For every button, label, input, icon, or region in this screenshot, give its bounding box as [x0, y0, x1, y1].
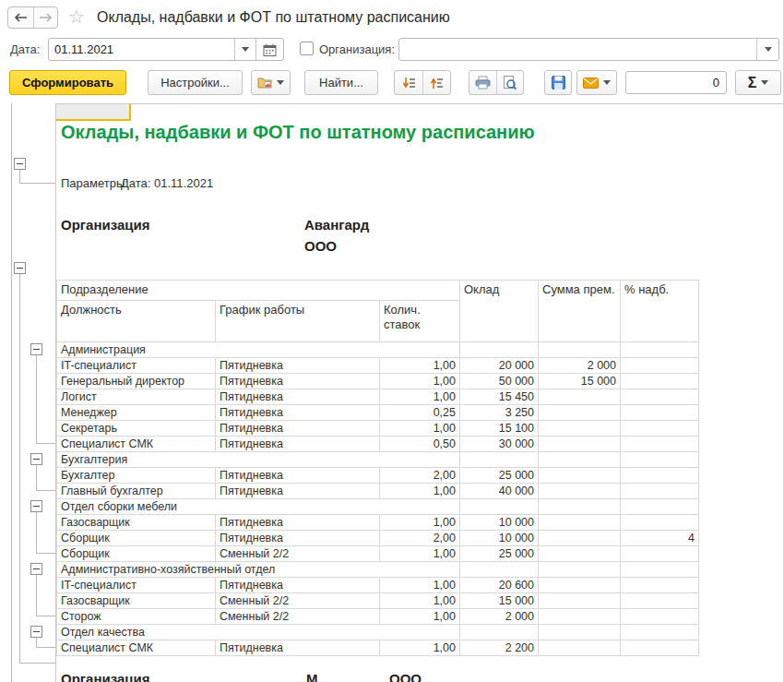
group-row: Административно-хозяйственный отдел	[57, 562, 699, 578]
pct-cell	[621, 515, 699, 531]
bonus-cell	[539, 609, 621, 625]
position-row: СборщикПятидневка2,0010 0004	[57, 531, 699, 546]
group-pct-cell	[621, 625, 699, 640]
position-cell: Газосварщик	[57, 515, 216, 531]
collapse-toggle-group-5[interactable]	[30, 626, 42, 638]
print-preview-icon	[503, 76, 517, 90]
header-department: Подразделение	[57, 281, 460, 301]
date-calendar-button[interactable]	[255, 39, 283, 60]
pct-cell: 4	[621, 531, 699, 546]
pct-cell	[621, 468, 699, 484]
collapse-toggle-params[interactable]	[14, 158, 26, 170]
group-pct-cell	[621, 562, 699, 578]
org-row-label: Организация	[61, 214, 150, 235]
bonus-cell	[539, 389, 621, 405]
schedule-cell: Сменный 2/2	[216, 609, 380, 625]
pct-cell	[621, 546, 699, 562]
group-name-cell: Бухгалтерия	[57, 452, 460, 468]
counter-field[interactable]	[625, 71, 727, 94]
bonus-cell	[539, 484, 621, 499]
position-row: IT-специалистПятидневка1,0020 0002 000	[57, 358, 699, 374]
chevron-down-icon	[765, 47, 772, 52]
org-checkbox[interactable]	[300, 42, 314, 55]
email-button[interactable]	[576, 70, 617, 95]
rate-cell: 1,00	[380, 609, 460, 625]
collapse-toggle-organization[interactable]	[14, 262, 26, 274]
expand-groups-button[interactable]	[422, 71, 450, 94]
pct-cell	[621, 374, 699, 389]
chevron-down-icon	[242, 47, 249, 52]
group-name-cell: Отдел сборки мебели	[57, 499, 460, 515]
tree-line	[36, 465, 37, 490]
save-button[interactable]	[544, 70, 572, 95]
salary-cell: 15 000	[460, 593, 539, 609]
rate-cell: 1,00	[380, 640, 460, 656]
rate-cell: 1,00	[380, 593, 460, 609]
position-row: IT-специалистПятидневка1,0020 600	[57, 578, 699, 593]
collapse-toggle-group-3[interactable]	[30, 500, 42, 512]
header-schedule: График работы	[216, 301, 380, 342]
org-name-line1: Авангард	[304, 214, 369, 235]
date-input[interactable]	[49, 39, 234, 60]
group-bonus-cell	[539, 452, 621, 468]
generate-button[interactable]: Сформировать	[9, 70, 126, 95]
rate-cell: 1,00	[380, 484, 460, 499]
schedule-cell: Пятидневка	[216, 358, 380, 374]
group-salary-cell	[460, 625, 539, 640]
rate-cell: 1,00	[380, 374, 460, 389]
params-value: Дата: 01.11.2021	[121, 176, 213, 190]
rate-cell: 1,00	[380, 421, 460, 437]
print-preview-button[interactable]	[496, 71, 523, 94]
org-field	[398, 38, 779, 61]
org-input[interactable]	[399, 39, 756, 60]
tree-line	[36, 355, 37, 443]
tree-line	[36, 647, 55, 648]
page-title: Оклады, надбавки и ФОТ по штатному распи…	[97, 9, 450, 26]
position-cell: Секретарь	[57, 421, 216, 437]
group-pct-cell	[621, 499, 699, 515]
tree-line	[36, 512, 37, 553]
position-cell: Сборщик	[57, 531, 216, 546]
header-position: Должность	[57, 301, 216, 342]
favorites-star-icon[interactable]: ☆	[68, 7, 85, 26]
report-variants-icon	[257, 76, 272, 90]
position-row: Генеральный директорПятидневка1,0050 000…	[57, 374, 699, 389]
position-cell: Менеджер	[57, 405, 216, 421]
report-variants-button[interactable]	[251, 70, 291, 95]
salary-cell: 2 200	[460, 640, 539, 656]
position-cell: Генеральный директор	[57, 374, 216, 389]
collapse-toggle-group-2[interactable]	[30, 453, 42, 465]
back-button[interactable]	[8, 7, 33, 28]
group-name-cell: Отдел качества	[57, 625, 460, 640]
rate-cell: 1,00	[380, 389, 460, 405]
tree-line	[36, 616, 55, 616]
sum-button[interactable]: Σ	[735, 70, 781, 95]
collapse-toggle-group-1[interactable]	[30, 343, 42, 355]
forward-button[interactable]	[33, 7, 58, 28]
org-dropdown-button[interactable]	[756, 39, 778, 60]
position-cell: Бухгалтер	[57, 468, 216, 484]
group-bonus-cell	[539, 562, 621, 578]
active-cell[interactable]	[56, 104, 131, 121]
salary-cell: 10 000	[460, 515, 539, 531]
date-dropdown-button[interactable]	[234, 39, 255, 60]
find-button[interactable]: Найти...	[304, 70, 378, 95]
position-row: СборщикСменный 2/21,0025 000	[57, 546, 699, 562]
salary-cell: 2 000	[460, 609, 539, 625]
collapse-groups-button[interactable]	[395, 71, 422, 94]
org-label: Организация:	[319, 42, 395, 56]
expand-groups-icon	[430, 77, 444, 90]
pct-cell	[621, 437, 699, 452]
pct-cell	[621, 640, 699, 656]
bonus-cell	[539, 531, 621, 546]
settings-button[interactable]: Настройки...	[148, 70, 243, 95]
tree-line	[36, 575, 37, 616]
rate-cell: 1,00	[380, 578, 460, 593]
collapse-toggle-group-4[interactable]	[30, 563, 42, 575]
report-top-border	[55, 103, 784, 104]
grouping-buttons	[394, 70, 451, 95]
org-name-line2: ООО	[304, 235, 369, 257]
tree-line	[36, 638, 37, 647]
bonus-cell	[539, 468, 621, 484]
print-button[interactable]	[469, 71, 496, 94]
